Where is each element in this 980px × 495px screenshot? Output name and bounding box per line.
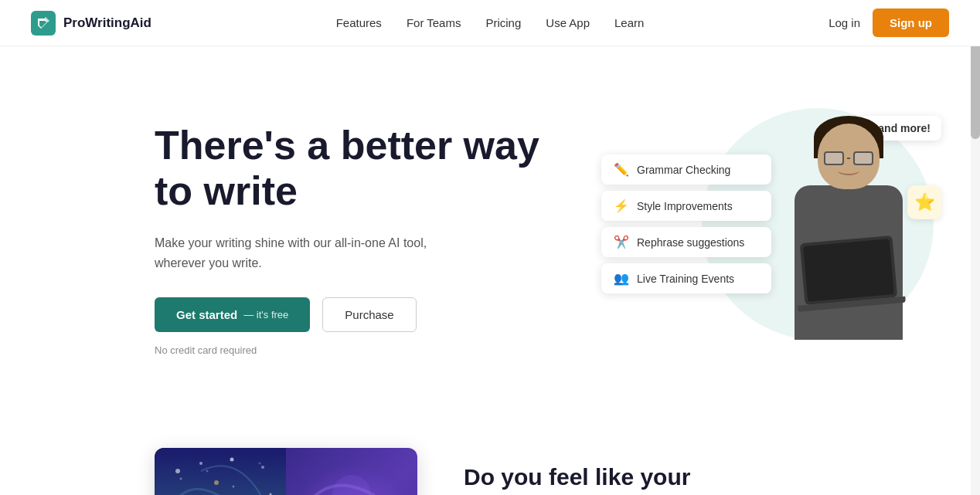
login-button[interactable]: Log in	[829, 16, 860, 29]
image-comparison: My idea in my head	[155, 448, 417, 495]
svg-point-7	[332, 475, 371, 495]
feature-grammar-label: Grammar Checking	[637, 164, 730, 176]
free-label: — it's free	[243, 309, 288, 320]
feature-card-training: 👥 Live Training Events	[601, 263, 771, 293]
svg-point-1	[199, 462, 202, 465]
second-title: Do you feel like your writing lets you d…	[464, 463, 757, 495]
hero-buttons: Get started — it's free Purchase	[155, 297, 541, 332]
training-icon: 👥	[614, 271, 629, 286]
feature-training-label: Live Training Events	[637, 273, 734, 285]
get-started-label: Get started	[176, 308, 237, 321]
second-text: Do you feel like your writing lets you d…	[464, 448, 757, 495]
svg-point-3	[261, 466, 264, 469]
navbar: ProWritingAid Features For Teams Pricing…	[0, 0, 980, 46]
purchase-button[interactable]: Purchase	[322, 297, 416, 332]
hero-title: There's a better way to write	[155, 123, 541, 215]
page-scrollbar[interactable]	[971, 0, 980, 495]
nav-learn[interactable]: Learn	[614, 16, 644, 29]
hero-visual: ...and more! ⭐	[624, 93, 949, 386]
style-icon: ⚡	[614, 198, 629, 213]
svg-point-6	[214, 480, 219, 485]
rephrase-icon: ✂️	[614, 235, 629, 249]
feature-rephrase-label: Rephrase suggestions	[637, 236, 744, 249]
hero-note: No credit card required	[155, 344, 541, 356]
nav-actions: Log in Sign up	[829, 8, 949, 37]
hero-text: There's a better way to write Make your …	[155, 123, 541, 357]
svg-point-0	[175, 469, 180, 473]
grammar-icon: ✏️	[614, 162, 629, 177]
nav-use-app[interactable]: Use App	[546, 16, 590, 29]
get-started-button[interactable]: Get started — it's free	[155, 297, 310, 332]
hero-person-figure	[771, 100, 926, 378]
logo-text: ProWritingAid	[63, 15, 151, 31]
image-right	[286, 448, 417, 495]
nav-links: Features For Teams Pricing Use App Learn	[336, 16, 645, 29]
logo-icon	[31, 11, 56, 36]
nav-features[interactable]: Features	[336, 16, 382, 29]
feature-style-label: Style Improvements	[637, 200, 733, 212]
signup-button[interactable]: Sign up	[873, 8, 949, 37]
feature-card-rephrase: ✂️ Rephrase suggestions	[601, 227, 771, 257]
nav-pricing[interactable]: Pricing	[485, 16, 521, 29]
nav-for-teams[interactable]: For Teams	[407, 16, 461, 29]
hero-subtitle: Make your writing shine with our all-in-…	[155, 233, 448, 273]
second-section: My idea in my head Do you feel like your…	[0, 417, 980, 495]
logo-link[interactable]: ProWritingAid	[31, 11, 151, 36]
hero-section: There's a better way to write Make your …	[0, 46, 980, 417]
feature-card-grammar: ✏️ Grammar Checking	[601, 154, 771, 185]
image-left: My idea in my head	[155, 448, 286, 495]
feature-cards: ✏️ Grammar Checking ⚡ Style Improvements…	[601, 154, 771, 293]
feature-card-style: ⚡ Style Improvements	[601, 191, 771, 221]
svg-point-2	[230, 458, 234, 462]
